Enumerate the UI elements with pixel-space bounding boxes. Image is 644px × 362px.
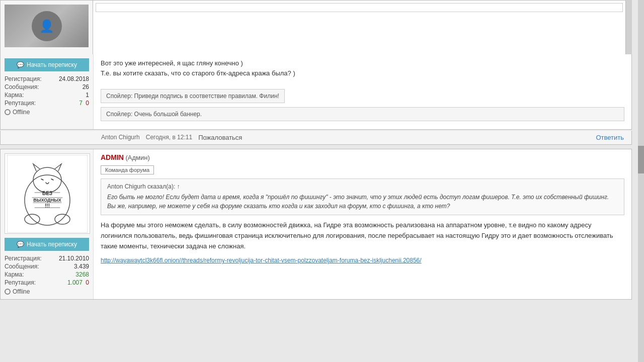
post-1-date: Сегодня, в 12:11 bbox=[146, 134, 192, 141]
rep-pos-1: 7 bbox=[79, 100, 83, 107]
chat-icon-2: 💬 bbox=[17, 241, 24, 248]
post-link[interactable]: http://wayawaytcl3k66fl.onion//threads/r… bbox=[101, 257, 422, 264]
karma-value-1: 1 bbox=[86, 92, 89, 99]
spoiler-2[interactable]: Спойлер: Очень большой баннер. bbox=[101, 107, 624, 121]
admin-badge: Команда форума bbox=[101, 165, 154, 174]
post-link-area: http://wayawaytcl3k66fl.onion//threads/r… bbox=[101, 256, 624, 264]
quote-header: Anton Chigurh сказал(а): ↑ bbox=[107, 183, 618, 190]
offline-indicator-1: Offline bbox=[5, 109, 89, 116]
rep-label-2: Репутация: bbox=[5, 279, 36, 286]
rep-neg-1: 0 bbox=[86, 100, 89, 107]
karma-row-1: Карма: 1 bbox=[5, 92, 89, 99]
start-chat-label-1: Начать переписку bbox=[27, 61, 77, 68]
post-1-text: Вот это уже интересней, я щас гляну коне… bbox=[101, 58, 624, 78]
rep-pos-2: 1.007 bbox=[67, 279, 83, 286]
admin-username: ADMIN bbox=[101, 153, 124, 161]
quote-box: Anton Chigurh сказал(а): ↑ Его быть не м… bbox=[101, 178, 624, 215]
post-1-sidebar: 💬 Начать переписку Регистрация: 24.08.20… bbox=[1, 54, 94, 129]
karma-row-2: Карма: 3268 bbox=[5, 271, 89, 278]
quote-text: Его быть не могло! Если будет дата и вре… bbox=[107, 193, 618, 211]
reg-label-2: Регистрация: bbox=[5, 255, 41, 262]
post-1: 💬 Начать переписку Регистрация: 24.08.20… bbox=[0, 54, 632, 130]
scrollbar-track[interactable] bbox=[638, 0, 644, 362]
user-info-1: Регистрация: 24.08.2018 Сообщения: 26 Ка… bbox=[5, 75, 89, 107]
spoiler-1-text: Спойлер: Приведи подпись в соответствие … bbox=[106, 93, 279, 100]
reg-label-1: Регистрация: bbox=[5, 75, 41, 82]
offline-circle-1 bbox=[5, 109, 11, 115]
post-2-sidebar: БЕЗ ВЫХОДНЫХ !!! 💬 Начать переписку Реги… bbox=[1, 149, 94, 299]
admin-post-text: На форуме мы этого неможем сделать, в си… bbox=[101, 220, 624, 251]
post-2: БЕЗ ВЫХОДНЫХ !!! 💬 Начать переписку Реги… bbox=[0, 149, 632, 300]
post-1-author: Anton Chigurh bbox=[101, 134, 140, 141]
msg-label-2: Сообщения: bbox=[5, 263, 39, 270]
post-1-line2: Т.е. вы хотите сказать, что со старого б… bbox=[101, 68, 624, 78]
post-1-line1: Вот это уже интересней, я щас гляну коне… bbox=[101, 58, 624, 68]
msg-row-1: Сообщения: 26 bbox=[5, 83, 89, 90]
complaint-link-1[interactable]: Пожаловаться bbox=[198, 134, 242, 141]
msg-value-1: 26 bbox=[83, 83, 89, 90]
start-chat-button-2[interactable]: 💬 Начать переписку bbox=[5, 238, 89, 251]
start-chat-button-1[interactable]: 💬 Начать переписку bbox=[5, 58, 89, 71]
spoiler-2-text: Спойлер: Очень большой баннер. bbox=[106, 111, 202, 118]
scrollbar-thumb[interactable] bbox=[638, 146, 644, 173]
rep-value-2: 1.007 0 bbox=[67, 279, 89, 286]
offline-circle-2 bbox=[5, 289, 11, 295]
post-1-footer-left: Anton Chigurh Сегодня, в 12:11 Пожаловат… bbox=[101, 134, 242, 141]
svg-text:!!!: !!! bbox=[45, 203, 50, 209]
chat-icon-1: 💬 bbox=[17, 61, 24, 68]
admin-avatar: БЕЗ ВЫХОДНЫХ !!! bbox=[5, 153, 90, 234]
reg-value-1: 24.08.2018 bbox=[59, 75, 89, 82]
post-1-footer: Anton Chigurh Сегодня, в 12:11 Пожаловат… bbox=[0, 131, 632, 145]
karma-value-2: 3268 bbox=[75, 271, 89, 278]
start-chat-label-2: Начать переписку bbox=[27, 241, 77, 248]
reg-row-2: Регистрация: 21.10.2010 bbox=[5, 255, 89, 262]
rep-row-2: Репутация: 1.007 0 bbox=[5, 279, 89, 286]
spoiler-1[interactable]: Спойлер: Приведи подпись в соответствие … bbox=[101, 89, 285, 103]
reg-value-2: 21.10.2010 bbox=[59, 255, 89, 262]
admin-header: ADMIN (Админ) bbox=[101, 153, 624, 161]
svg-text:ВЫХОДНЫХ: ВЫХОДНЫХ bbox=[33, 198, 61, 203]
msg-value-2: 3.439 bbox=[74, 263, 89, 270]
post-2-content: ADMIN (Админ) Команда форума Anton Chigu… bbox=[94, 149, 631, 299]
post-1-content: Вот это уже интересней, я щас гляну коне… bbox=[94, 54, 631, 129]
karma-label-2: Карма: bbox=[5, 271, 24, 278]
msg-row-2: Сообщения: 3.439 bbox=[5, 263, 89, 270]
rep-value-1: 7 0 bbox=[79, 100, 89, 107]
reply-button-1[interactable]: Ответить bbox=[596, 134, 624, 141]
rep-row-1: Репутация: 7 0 bbox=[5, 100, 89, 107]
msg-label-1: Сообщения: bbox=[5, 83, 39, 90]
karma-label-1: Карма: bbox=[5, 92, 24, 99]
rep-label-1: Репутация: bbox=[5, 100, 36, 107]
offline-label-1: Offline bbox=[13, 109, 30, 116]
rep-neg-2: 0 bbox=[86, 279, 89, 286]
svg-text:БЕЗ: БЕЗ bbox=[42, 191, 52, 196]
reg-row-1: Регистрация: 24.08.2018 bbox=[5, 75, 89, 82]
offline-label-2: Offline bbox=[13, 288, 30, 295]
admin-role: (Админ) bbox=[126, 154, 150, 161]
user-info-2: Регистрация: 21.10.2010 Сообщения: 3.439… bbox=[5, 255, 89, 286]
offline-indicator-2: Offline bbox=[5, 288, 89, 295]
